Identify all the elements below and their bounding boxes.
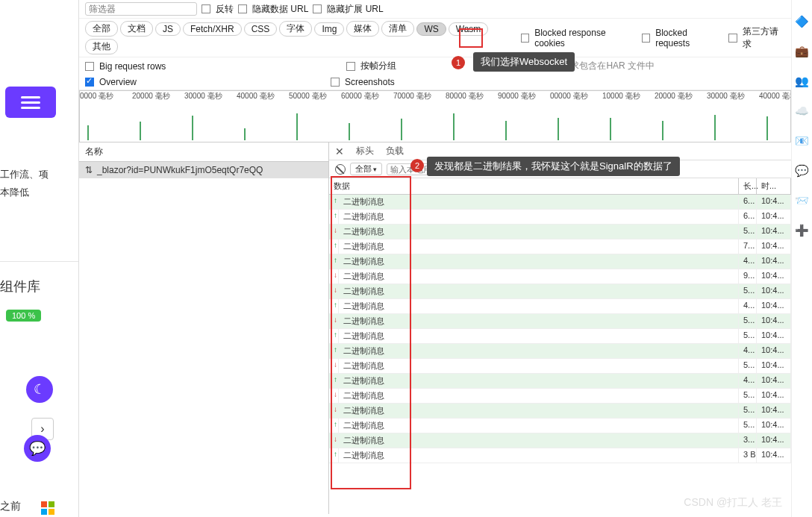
side-icon-1[interactable]: 💼 — [795, 45, 809, 58]
ws-message-row[interactable]: ↓二进制消息5...10:4... — [329, 359, 791, 374]
side-icon-5[interactable]: 💬 — [795, 164, 809, 178]
ws-message-row[interactable]: ↑二进制消息4...10:4... — [329, 344, 791, 359]
msg-data: 二进制消息 — [339, 254, 739, 269]
ws-message-row[interactable]: ↓二进制消息5...10:4... — [329, 225, 791, 239]
filter-input[interactable] — [85, 2, 197, 16]
type-chip-wasm[interactable]: Wasm — [449, 22, 489, 36]
tab-payload[interactable]: 负载 — [386, 145, 404, 157]
annotation-num-1: 1 — [452, 56, 465, 69]
invert-check[interactable]: 反转 — [202, 3, 234, 16]
hamburger-button[interactable] — [5, 87, 56, 118]
msg-time: 10:4... — [757, 404, 791, 418]
type-chip-css[interactable]: CSS — [244, 22, 278, 36]
col-len[interactable]: 长... — [739, 178, 757, 194]
side-icon-3[interactable]: ☁️ — [795, 104, 809, 118]
annotation-num-2: 2 — [410, 159, 424, 172]
filter-all-dropdown[interactable]: 全部 — [350, 163, 382, 175]
ws-message-row[interactable]: ↑二进制消息7...10:4... — [329, 239, 791, 254]
msg-time: 10:4... — [757, 433, 791, 448]
ws-message-row[interactable]: ↑二进制消息6...10:4... — [329, 195, 791, 210]
arrow-down-icon: ↓ — [329, 389, 339, 403]
msg-len: 4... — [739, 299, 757, 313]
type-chip-字体[interactable]: 字体 — [279, 21, 312, 37]
filter-row: 反转 隐藏数据 URL 隐藏扩展 URL — [79, 0, 791, 19]
by-frame-check[interactable]: 按帧分组 — [346, 60, 396, 72]
side-icon-2[interactable]: 👥 — [795, 75, 809, 88]
side-icon-6[interactable]: 📨 — [795, 194, 809, 207]
msg-data: 二进制消息 — [339, 239, 739, 254]
request-header: 名称 — [79, 142, 328, 162]
side-icon-4[interactable]: 📧 — [795, 134, 809, 148]
timeline-tick: 20000 毫秒 — [132, 91, 170, 101]
close-icon[interactable]: ✕ — [335, 145, 344, 157]
timeline-tick: 0000 毫秒 — [80, 91, 113, 101]
arrow-up-icon: ↑ — [329, 299, 339, 313]
col-time[interactable]: 时... — [757, 178, 791, 194]
msg-time: 10:4... — [757, 448, 791, 463]
arrow-up-icon: ↑ — [329, 374, 339, 388]
request-row[interactable]: ⇅ _blazor?id=PUNWkukF1jmO5eqtQr7eQQ — [79, 162, 328, 178]
request-list: 名称 ⇅ _blazor?id=PUNWkukF1jmO5eqtQr7eQQ — [79, 142, 329, 514]
type-chip-其他[interactable]: 其他 — [85, 39, 118, 54]
side-icon-7[interactable]: ➕ — [795, 224, 809, 237]
timeline-tick: 30000 毫秒 — [707, 91, 745, 101]
timeline-overview[interactable]: 0000 毫秒20000 毫秒30000 毫秒40000 毫秒50000 毫秒6… — [79, 90, 791, 142]
hide-ext-check[interactable]: 隐藏扩展 URL — [313, 3, 383, 16]
msg-len: 5... — [739, 419, 757, 433]
msg-data: 二进制消息 — [339, 389, 739, 403]
tab-header[interactable]: 标头 — [356, 145, 374, 157]
msg-time: 10:4... — [757, 374, 791, 388]
msg-len: 4... — [739, 254, 757, 269]
msg-len: 5... — [739, 329, 757, 343]
msg-data: 二进制消息 — [339, 195, 739, 209]
ws-message-row[interactable]: ↑二进制消息4...10:4... — [329, 299, 791, 314]
msg-data: 二进制消息 — [339, 269, 739, 283]
side-icon-0[interactable]: 🔷 — [795, 15, 809, 28]
third-party-check[interactable]: 第三方请求 — [728, 25, 785, 51]
overview-check[interactable]: Overview — [85, 77, 137, 87]
type-chip-img[interactable]: Img — [314, 22, 344, 36]
blocked-cookies-check[interactable]: Blocked response cookies — [521, 28, 634, 48]
ws-message-row[interactable]: ↑二进制消息3 B10:4... — [329, 448, 791, 463]
ws-message-row[interactable]: ↑二进制消息5...10:4... — [329, 419, 791, 433]
msg-len: 5... — [739, 284, 757, 298]
type-chip-全部[interactable]: 全部 — [85, 21, 118, 37]
msg-data: 二进制消息 — [339, 404, 739, 418]
ws-message-row[interactable]: ↑二进制消息4...10:4... — [329, 254, 791, 269]
screenshots-check[interactable]: Screenshots — [331, 77, 395, 87]
request-name: _blazor?id=PUNWkukF1jmO5eqtQr7eQQ — [97, 165, 263, 175]
hide-data-check[interactable]: 隐藏数据 URL — [238, 3, 308, 16]
arrow-down-icon: ↓ — [329, 433, 339, 448]
ws-message-row[interactable]: ↑二进制消息5...10:4... — [329, 329, 791, 344]
msg-time: 10:4... — [757, 344, 791, 358]
msg-time: 10:4... — [757, 329, 791, 343]
type-chip-媒体[interactable]: 媒体 — [346, 21, 379, 37]
type-chip-文档[interactable]: 文档 — [120, 21, 153, 37]
ws-message-row[interactable]: ↓二进制消息5...10:4... — [329, 314, 791, 329]
col-data[interactable]: 数据 — [329, 178, 739, 194]
type-chip-js[interactable]: JS — [155, 22, 181, 36]
ws-message-row[interactable]: ↓二进制消息3...10:4... — [329, 433, 791, 448]
chat-button[interactable]: 💬 — [24, 435, 51, 462]
clear-icon[interactable] — [335, 164, 346, 175]
ws-message-row[interactable]: ↓二进制消息5...10:4... — [329, 284, 791, 299]
arrow-up-icon: ↑ — [329, 344, 339, 358]
ws-message-row[interactable]: ↓二进制消息5...10:4... — [329, 389, 791, 404]
ws-message-row[interactable]: ↑二进制消息4...10:4... — [329, 374, 791, 389]
msg-data: 二进制消息 — [339, 284, 739, 298]
msg-data: 二进制消息 — [339, 329, 739, 343]
blocked-req-check[interactable]: Blocked requests — [642, 28, 722, 48]
type-chip-清单[interactable]: 清单 — [381, 21, 414, 37]
moon-button[interactable]: ☾ — [26, 376, 53, 403]
type-chip-ws[interactable]: WS — [416, 22, 446, 36]
type-chip-fetch/xhr[interactable]: Fetch/XHR — [183, 22, 242, 36]
msg-data: 二进制消息 — [339, 210, 739, 224]
big-rows-check[interactable]: Big request rows — [85, 61, 166, 72]
arrow-up-icon: ↑ — [329, 210, 339, 224]
ws-message-row[interactable]: ↑二进制消息6...10:4... — [329, 210, 791, 225]
left-bottom-text: 之前 — [0, 500, 21, 513]
ws-message-row[interactable]: ↓二进制消息9...10:4... — [329, 269, 791, 284]
ws-message-row[interactable]: ↓二进制消息5...10:4... — [329, 404, 791, 419]
type-chips: 全部文档JSFetch/XHRCSS字体Img媒体清单WSWasm其他 — [85, 21, 506, 54]
arrow-up-icon: ↑ — [329, 254, 339, 269]
